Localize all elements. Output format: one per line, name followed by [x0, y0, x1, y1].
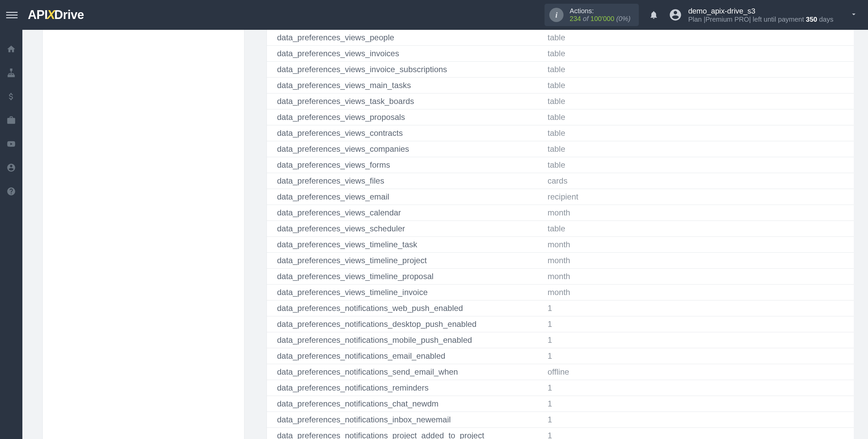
logo-text-x: X [47, 8, 55, 22]
table-row: data_preferences_notifications_desktop_p… [267, 316, 854, 332]
row-value: table [548, 109, 854, 125]
logo-text-drive: Drive [54, 8, 84, 22]
row-value: 1 [548, 396, 854, 412]
nav-briefcase-icon[interactable] [5, 114, 17, 126]
table-row: data_preferences_views_contractstable [267, 125, 854, 141]
nav-user-icon[interactable] [5, 162, 17, 173]
user-text: demo_apix-drive_s3 Plan |Premium PRO| le… [688, 7, 833, 23]
data-panel: data_preferences_views_peopletabledata_p… [267, 30, 854, 439]
row-key: data_preferences_views_calendar [267, 205, 548, 221]
row-value: table [548, 30, 854, 46]
row-key: data_preferences_views_companies [267, 141, 548, 157]
row-value: table [548, 141, 854, 157]
row-value: month [548, 253, 854, 269]
hamburger-menu-button[interactable] [6, 9, 18, 21]
row-value: offline [548, 364, 854, 380]
row-key: data_preferences_notifications_inbox_new… [267, 412, 548, 428]
user-plan: Plan |Premium PRO| left until payment 35… [688, 16, 833, 23]
table-row: data_preferences_notifications_project_a… [267, 428, 854, 439]
avatar-icon [669, 8, 682, 22]
row-value: table [548, 62, 854, 78]
nav-dollar-icon[interactable] [5, 91, 17, 102]
row-value: cards [548, 173, 854, 189]
plan-days-suffix: days [817, 16, 833, 23]
row-key: data_preferences_views_timeline_proposal [267, 269, 548, 285]
table-row: data_preferences_notifications_mobile_pu… [267, 332, 854, 348]
data-table: data_preferences_views_peopletabledata_p… [267, 30, 854, 439]
row-value: month [548, 205, 854, 221]
row-key: data_preferences_views_forms [267, 157, 548, 173]
plan-days-num: 350 [806, 16, 817, 23]
row-value: 1 [548, 316, 854, 332]
row-key: data_preferences_views_timeline_project [267, 253, 548, 269]
row-key: data_preferences_notifications_desktop_p… [267, 316, 548, 332]
table-row: data_preferences_views_invoicestable [267, 46, 854, 62]
table-row: data_preferences_notifications_send_emai… [267, 364, 854, 380]
row-key: data_preferences_views_files [267, 173, 548, 189]
table-row: data_preferences_views_schedulertable [267, 221, 854, 237]
table-row: data_preferences_views_proposalstable [267, 109, 854, 125]
table-row: data_preferences_views_timeline_invoicem… [267, 285, 854, 300]
actions-counter[interactable]: i Actions: 234 of 100'000 (0%) [545, 4, 639, 26]
table-row: data_preferences_views_filescards [267, 173, 854, 189]
actions-of: of [581, 15, 590, 22]
app-logo[interactable]: APIXDrive [28, 8, 84, 22]
row-key: data_preferences_views_task_boards [267, 93, 548, 109]
table-row: data_preferences_views_formstable [267, 157, 854, 173]
nav-youtube-icon[interactable] [5, 138, 17, 150]
row-value: recipient [548, 189, 854, 205]
actions-text: Actions: 234 of 100'000 (0%) [570, 7, 631, 23]
table-row: data_preferences_views_main_taskstable [267, 78, 854, 93]
user-menu[interactable]: demo_apix-drive_s3 Plan |Premium PRO| le… [669, 7, 858, 23]
row-key: data_preferences_notifications_send_emai… [267, 364, 548, 380]
row-key: data_preferences_views_invoices [267, 46, 548, 62]
row-value: 1 [548, 380, 854, 396]
sidebar-nav [0, 30, 22, 439]
row-value: 1 [548, 332, 854, 348]
table-row: data_preferences_views_companiestable [267, 141, 854, 157]
table-row: data_preferences_views_emailrecipient [267, 189, 854, 205]
row-key: data_preferences_views_timeline_task [267, 237, 548, 253]
notifications-bell-icon[interactable] [649, 10, 658, 20]
row-key: data_preferences_views_email [267, 189, 548, 205]
row-key: data_preferences_views_timeline_invoice [267, 285, 548, 300]
row-key: data_preferences_views_invoice_subscript… [267, 62, 548, 78]
left-panel [42, 30, 244, 439]
table-row: data_preferences_views_peopletable [267, 30, 854, 46]
row-value: 1 [548, 412, 854, 428]
svg-rect-1 [8, 75, 10, 77]
row-value: 1 [548, 348, 854, 364]
nav-home-icon[interactable] [5, 43, 17, 55]
table-row: data_preferences_notifications_chat_newd… [267, 396, 854, 412]
row-key: data_preferences_notifications_web_push_… [267, 300, 548, 316]
row-value: table [548, 157, 854, 173]
row-key: data_preferences_notifications_reminders [267, 380, 548, 396]
row-key: data_preferences_notifications_project_a… [267, 428, 548, 439]
row-value: month [548, 237, 854, 253]
row-key: data_preferences_notifications_chat_newd… [267, 396, 548, 412]
logo-text-api: API [28, 8, 48, 22]
actions-label: Actions: [570, 7, 631, 15]
row-key: data_preferences_views_main_tasks [267, 78, 548, 93]
svg-rect-2 [11, 75, 12, 77]
plan-prefix: Plan | [688, 16, 706, 23]
row-key: data_preferences_views_people [267, 30, 548, 46]
row-key: data_preferences_notifications_mobile_pu… [267, 332, 548, 348]
table-row: data_preferences_views_invoice_subscript… [267, 62, 854, 78]
actions-values: 234 of 100'000 (0%) [570, 15, 631, 23]
table-row: data_preferences_notifications_email_ena… [267, 348, 854, 364]
main-content: data_preferences_views_peopletabledata_p… [22, 30, 868, 439]
header-right: i Actions: 234 of 100'000 (0%) demo_apix… [545, 4, 858, 26]
user-name: demo_apix-drive_s3 [688, 7, 833, 16]
row-value: table [548, 125, 854, 141]
row-key: data_preferences_views_scheduler [267, 221, 548, 237]
table-row: data_preferences_notifications_web_push_… [267, 300, 854, 316]
nav-help-icon[interactable] [5, 186, 17, 197]
row-value: month [548, 285, 854, 300]
table-row: data_preferences_notifications_reminders… [267, 380, 854, 396]
svg-rect-3 [13, 75, 15, 77]
table-row: data_preferences_views_timeline_projectm… [267, 253, 854, 269]
row-key: data_preferences_views_proposals [267, 109, 548, 125]
nav-sitemap-icon[interactable] [5, 67, 17, 79]
row-value: table [548, 221, 854, 237]
